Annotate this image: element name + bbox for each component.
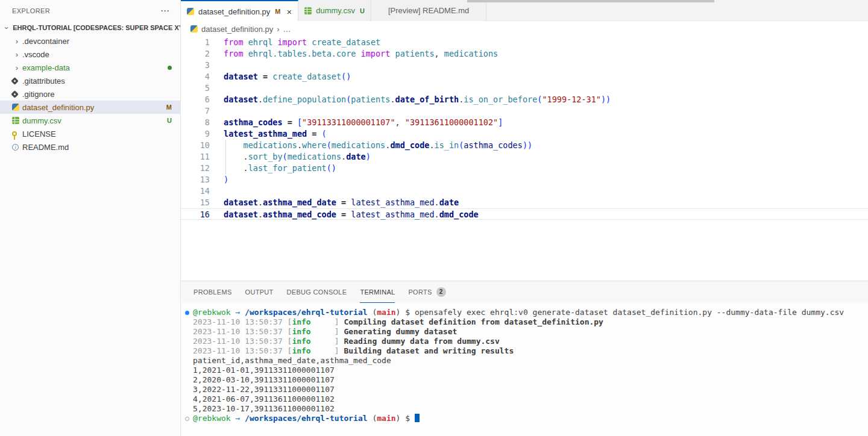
code-token: = xyxy=(336,198,351,207)
tab-dummy-csv[interactable]: dummy.csv U xyxy=(298,0,371,21)
code-line[interactable]: 7 xyxy=(181,105,868,117)
terminal-text: 2023-11-10 13:50:37 [ xyxy=(193,337,292,346)
line-number[interactable]: 16 xyxy=(181,209,210,219)
line-number[interactable]: 10 xyxy=(181,140,210,151)
file-label: dummy.csv xyxy=(22,116,167,125)
code-line[interactable]: 10 medications.where(medications.dmd_cod… xyxy=(181,140,868,151)
line-number[interactable]: 11 xyxy=(181,151,210,163)
line-number[interactable]: 4 xyxy=(181,71,210,83)
code-token: patients xyxy=(395,49,435,58)
code-token: ( xyxy=(322,129,327,139)
sidebar-item--gitattributes[interactable]: .gitattributes xyxy=(0,74,180,87)
code-line[interactable]: 16dataset.asthma_med_code = latest_asthm… xyxy=(181,208,868,220)
terminal-line: @rebkwok → /workspaces/ehrql-tutorial (m… xyxy=(181,414,868,423)
code-line[interactable]: 3 xyxy=(181,60,868,71)
command-decoration-icon xyxy=(185,311,189,315)
sidebar-item--devcontainer[interactable]: ›.devcontainer xyxy=(0,34,180,48)
line-number[interactable]: 9 xyxy=(181,128,210,140)
code-token: dmd_code xyxy=(390,140,429,150)
code-token: asthma_med_code xyxy=(263,210,336,219)
code-line[interactable]: 9latest_asthma_med = ( xyxy=(181,128,868,140)
code-token: "39113611000001102" xyxy=(405,117,498,127)
code-line[interactable]: 13) xyxy=(181,174,868,185)
sidebar-item-license[interactable]: LICENSE xyxy=(0,127,180,140)
code-line[interactable]: 12 .last_for_patient() xyxy=(181,163,868,174)
folder-chevron-icon: › xyxy=(12,63,22,72)
git-status-badge: M xyxy=(166,104,180,111)
tab-readme-preview[interactable]: [Preview] README.md xyxy=(371,0,486,21)
code-line[interactable]: 2from ehrql.tables.beta.core import pati… xyxy=(181,48,868,60)
code-line[interactable]: 4dataset = create_dataset() xyxy=(181,71,868,83)
tab-terminal[interactable]: TERMINAL xyxy=(360,282,395,303)
code-token: latest_asthma_med xyxy=(224,129,307,139)
code-line[interactable]: 6dataset.define_population(patients.date… xyxy=(181,94,868,105)
breadcrumb-file[interactable]: dataset_definition.py xyxy=(201,25,273,34)
code-token: = xyxy=(258,72,272,81)
terminal-line: patient_id,asthma_med_date,asthma_med_co… xyxy=(181,356,868,366)
line-number[interactable]: 2 xyxy=(181,48,210,60)
workspace-root-row[interactable]: › EHRQL-TUTORIAL [CODESPACES: SUPER SPAC… xyxy=(0,21,180,34)
sidebar-item--vscode[interactable]: ›.vscode xyxy=(0,48,180,61)
sidebar-item-readme-md[interactable]: iREADME.md xyxy=(0,140,180,154)
bottom-panel: PROBLEMS OUTPUT DEBUG CONSOLE TERMINAL P… xyxy=(181,281,868,436)
code-line[interactable]: 5 xyxy=(181,83,868,94)
terminal-line: 1,2021-01-01,39113311000001107 xyxy=(181,366,868,375)
line-number[interactable]: 12 xyxy=(181,163,210,174)
code-line[interactable]: 1from ehrql import create_dataset xyxy=(181,37,868,48)
code-token: . xyxy=(341,152,346,161)
breadcrumb-symbol[interactable]: … xyxy=(283,25,291,34)
editor-tab-bar: dataset_definition.py M × dummy.csv U [P… xyxy=(181,0,868,21)
terminal-text: /workspaces/ehrql-tutorial xyxy=(245,414,368,423)
terminal-line: 2,2020-03-10,39113311000001107 xyxy=(181,375,868,385)
terminal-line: 2023-11-10 13:50:37 [info ] Generating d… xyxy=(181,327,868,337)
code-token: = xyxy=(307,129,321,139)
terminal-text: info xyxy=(292,317,310,326)
code-token: medications xyxy=(288,152,341,161)
line-number[interactable]: 5 xyxy=(181,83,210,94)
terminal-line: @rebkwok → /workspaces/ehrql-tutorial (m… xyxy=(181,308,868,317)
code-token: medications xyxy=(332,140,385,150)
line-number[interactable]: 1 xyxy=(181,37,210,48)
code-line[interactable]: 15dataset.asthma_med_date = latest_asthm… xyxy=(181,197,868,208)
tab-output[interactable]: OUTPUT xyxy=(245,282,274,303)
terminal-output[interactable]: @rebkwok → /workspaces/ehrql-tutorial (m… xyxy=(181,303,868,423)
line-number[interactable]: 13 xyxy=(181,174,210,185)
code-token: [ xyxy=(297,117,302,127)
tab-problems[interactable]: PROBLEMS xyxy=(193,282,232,303)
code-line[interactable]: 11 .sort_by(medications.date) xyxy=(181,151,868,163)
tab-ports[interactable]: PORTS 2 xyxy=(408,282,445,303)
close-icon[interactable]: × xyxy=(286,7,292,17)
sidebar-item-example-data[interactable]: ›example-data xyxy=(0,61,180,74)
editor-horizontal-scrollbar[interactable] xyxy=(467,0,714,2)
line-number[interactable]: 7 xyxy=(181,105,210,117)
line-number[interactable]: 6 xyxy=(181,94,210,105)
explorer-title: EXPLORER xyxy=(12,7,157,14)
line-number[interactable]: 3 xyxy=(181,60,210,71)
python-icon xyxy=(187,8,194,15)
line-number[interactable]: 8 xyxy=(181,117,210,128)
line-number[interactable]: 14 xyxy=(181,185,210,197)
indent-guide xyxy=(225,140,226,151)
ports-count-badge: 2 xyxy=(436,287,446,297)
sidebar-item-dummy-csv[interactable]: dummy.csvU xyxy=(0,114,180,127)
tab-dataset-definition[interactable]: dataset_definition.py M × xyxy=(181,0,298,22)
terminal-text: info xyxy=(292,327,310,336)
terminal-line: 4,2021-06-07,39113611000001102 xyxy=(181,394,868,404)
file-label: .gitignore xyxy=(22,90,180,99)
code-line[interactable]: 14 xyxy=(181,185,868,197)
code-editor[interactable]: 1from ehrql import create_dataset2from e… xyxy=(181,37,868,281)
tab-debug-console[interactable]: DEBUG CONSOLE xyxy=(287,282,347,303)
code-line[interactable]: 8asthma_codes = ["39113311000001107", "3… xyxy=(181,117,868,128)
terminal-text: main xyxy=(377,414,395,423)
code-token xyxy=(244,49,248,58)
sidebar-item--gitignore[interactable]: .gitignore xyxy=(0,87,180,101)
python-icon xyxy=(12,104,19,111)
line-number[interactable]: 15 xyxy=(181,197,210,208)
explorer-more-actions-icon[interactable]: ⋯ xyxy=(157,5,173,16)
code-token xyxy=(356,49,360,58)
breadcrumb-separator-icon: › xyxy=(277,25,279,34)
sidebar-item-dataset-definition-py[interactable]: dataset_definition.pyM xyxy=(0,101,180,114)
explorer-header: EXPLORER ⋯ xyxy=(0,0,180,21)
indent-guide xyxy=(225,151,226,163)
terminal-line: 3,2022-11-22,39113311000001107 xyxy=(181,385,868,394)
